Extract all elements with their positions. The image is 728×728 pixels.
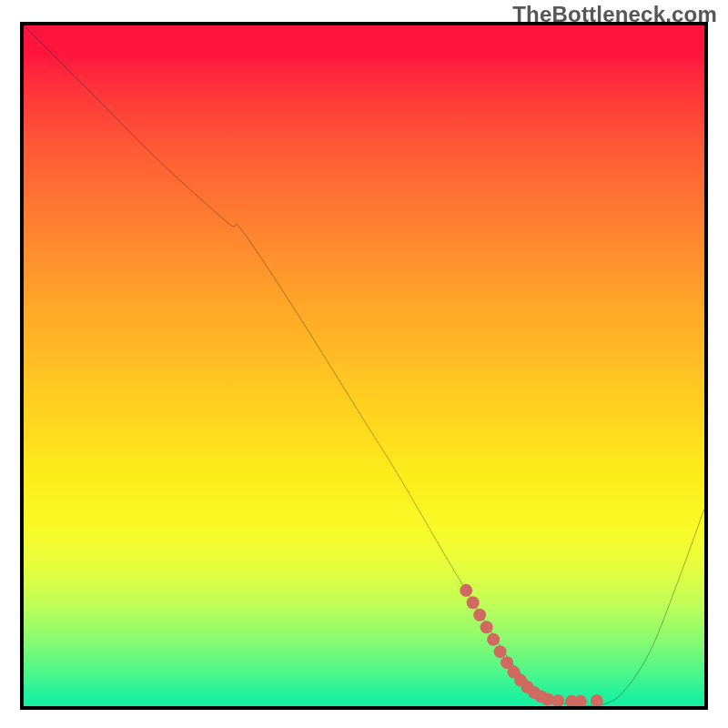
highlight-dot (467, 596, 480, 609)
recommended-range-dots (24, 25, 704, 706)
highlight-dot (551, 694, 564, 706)
highlight-dot (487, 633, 500, 646)
plot-area (20, 22, 708, 710)
chart-frame: TheBottleneck.com (0, 0, 728, 728)
highlight-dot (480, 621, 493, 633)
highlight-dot (460, 584, 472, 597)
highlight-dot (473, 609, 486, 622)
highlight-dot (574, 695, 587, 706)
highlight-dot (494, 645, 507, 658)
highlight-dot (591, 694, 603, 706)
